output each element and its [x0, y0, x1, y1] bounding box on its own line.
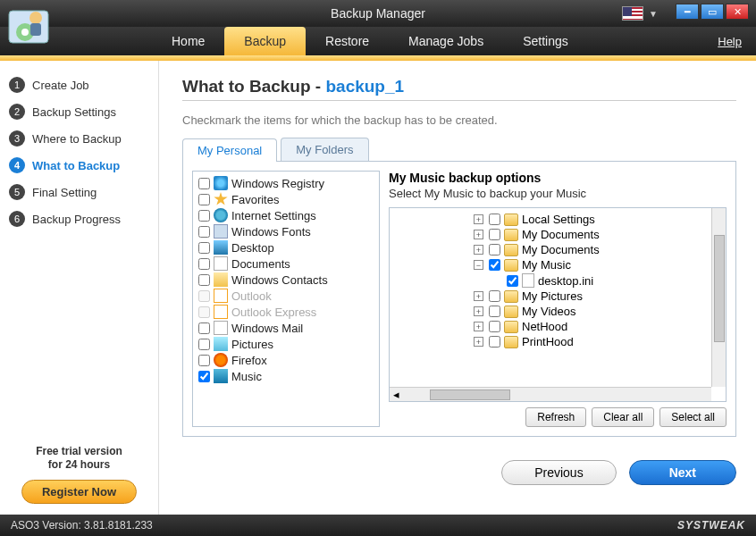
personal-item[interactable]: Documents	[197, 255, 375, 272]
window-title: Backup Manager	[331, 6, 425, 21]
expand-icon[interactable]: +	[474, 337, 483, 347]
tree-row[interactable]: +My Pictures	[474, 289, 722, 304]
tree-checkbox[interactable]	[489, 259, 500, 271]
expand-icon[interactable]: +	[474, 245, 483, 255]
menu-manage-jobs[interactable]: Manage Jobs	[389, 27, 503, 55]
personal-item[interactable]: Outlook Express	[197, 304, 375, 320]
item-label: Desktop	[231, 241, 274, 255]
item-checkbox[interactable]	[198, 306, 210, 318]
minimize-button[interactable]: ━	[676, 4, 699, 20]
register-now-button[interactable]: Register Now	[21, 480, 137, 504]
personal-item[interactable]: Desktop	[197, 239, 375, 255]
options-subtitle: Select My Music to backup your Music	[389, 187, 727, 200]
language-flag-icon[interactable]	[622, 6, 643, 21]
folder-icon	[504, 229, 518, 241]
refresh-button[interactable]: Refresh	[525, 407, 586, 427]
item-label: Firefox	[231, 354, 267, 367]
menu-restore[interactable]: Restore	[306, 27, 389, 55]
language-dropdown-arrow[interactable]: ▼	[649, 9, 658, 19]
item-checkbox[interactable]	[198, 210, 210, 222]
menu-home[interactable]: Home	[152, 27, 224, 55]
personal-item[interactable]: Windows Fonts	[197, 223, 375, 239]
expand-icon[interactable]: +	[474, 214, 483, 224]
clear-all-button[interactable]: Clear all	[592, 407, 654, 427]
personal-item[interactable]: Music	[197, 368, 375, 384]
item-icon	[214, 369, 228, 383]
tree-label: Local Settings	[522, 213, 595, 226]
personal-item[interactable]: Windows Mail	[197, 320, 375, 336]
item-label: Pictures	[231, 338, 273, 351]
menu-settings[interactable]: Settings	[503, 27, 588, 55]
personal-item[interactable]: Favorites	[197, 191, 375, 207]
select-all-button[interactable]: Select all	[659, 407, 727, 427]
vertical-scrollbar[interactable]	[711, 208, 726, 387]
personal-item[interactable]: Internet Settings	[197, 207, 375, 223]
tree-checkbox[interactable]	[489, 321, 500, 332]
previous-button[interactable]: Previous	[501, 460, 616, 485]
tree-checkbox[interactable]	[489, 306, 500, 317]
tree-row[interactable]: −My Music	[474, 257, 722, 272]
personal-item[interactable]: Pictures	[197, 336, 375, 352]
item-checkbox[interactable]	[198, 322, 210, 334]
tree-checkbox[interactable]	[507, 275, 518, 287]
tree-row[interactable]: +Local Settings	[474, 212, 722, 227]
trial-text: Free trial version for 24 hours	[7, 445, 151, 473]
expand-icon[interactable]: +	[474, 230, 483, 239]
item-checkbox[interactable]	[198, 194, 210, 205]
item-checkbox[interactable]	[198, 274, 210, 286]
tree-row[interactable]: +My Documents	[474, 227, 722, 242]
item-checkbox[interactable]	[198, 290, 210, 302]
step-backup-progress[interactable]: 6Backup Progress	[7, 205, 151, 232]
expand-icon[interactable]: +	[474, 306, 483, 316]
horizontal-scrollbar[interactable]: ◂	[390, 387, 711, 401]
step-where-to-backup[interactable]: 3Where to Backup	[7, 125, 151, 152]
item-checkbox[interactable]	[198, 178, 210, 189]
item-icon	[214, 289, 228, 303]
tree-checkbox[interactable]	[489, 229, 500, 240]
personal-item[interactable]: Windows Contacts	[197, 272, 375, 288]
folder-icon	[504, 336, 518, 348]
tree-row[interactable]: +My Documents	[474, 242, 722, 257]
tree-row[interactable]: desktop.ini	[491, 272, 722, 289]
item-icon	[214, 272, 228, 287]
tree-checkbox[interactable]	[489, 244, 500, 255]
step-what-to-backup[interactable]: 4What to Backup	[7, 152, 151, 179]
tree-row[interactable]: +PrintHood	[474, 334, 722, 349]
maximize-button[interactable]: ▭	[701, 4, 724, 20]
item-label: Windows Fonts	[231, 225, 311, 239]
svg-point-2	[21, 29, 29, 36]
tab-my-personal[interactable]: My Personal	[182, 138, 277, 162]
item-checkbox[interactable]	[198, 371, 210, 382]
item-label: Internet Settings	[231, 209, 316, 222]
menu-backup[interactable]: Backup	[224, 27, 306, 55]
item-checkbox[interactable]	[198, 242, 210, 254]
tree-row[interactable]: +My Videos	[474, 304, 722, 319]
tree-row[interactable]: +NetHood	[474, 319, 722, 334]
brand-logo: SYSTWEAK	[677, 519, 745, 532]
item-icon	[214, 240, 228, 255]
expand-icon[interactable]: +	[474, 322, 483, 331]
tree-checkbox[interactable]	[489, 290, 500, 302]
item-checkbox[interactable]	[198, 355, 210, 366]
personal-item[interactable]: Outlook	[197, 288, 375, 304]
collapse-icon[interactable]: −	[474, 260, 483, 270]
step-final-setting[interactable]: 5Final Setting	[7, 179, 151, 205]
options-title: My Music backup options	[389, 171, 727, 185]
expand-icon[interactable]: +	[474, 291, 483, 301]
step-create-job[interactable]: 1Create Job	[7, 71, 151, 98]
tree-checkbox[interactable]	[489, 214, 500, 225]
tab-my-folders[interactable]: My Folders	[281, 138, 368, 161]
tree-checkbox[interactable]	[489, 336, 500, 348]
status-bar: ASO3 Version: 3.81.8181.233 SYSTWEAK	[0, 515, 756, 536]
help-link[interactable]: Help	[718, 35, 742, 48]
personal-item[interactable]: Firefox	[197, 352, 375, 368]
close-button[interactable]: ✕	[726, 4, 749, 20]
tree-label: desktop.ini	[538, 274, 593, 288]
item-checkbox[interactable]	[198, 226, 210, 238]
item-checkbox[interactable]	[198, 258, 210, 270]
item-checkbox[interactable]	[198, 339, 210, 350]
step-backup-settings[interactable]: 2Backup Settings	[7, 98, 151, 125]
next-button[interactable]: Next	[629, 460, 736, 485]
folder-icon	[504, 259, 518, 272]
personal-item[interactable]: Windows Registry	[197, 175, 375, 191]
